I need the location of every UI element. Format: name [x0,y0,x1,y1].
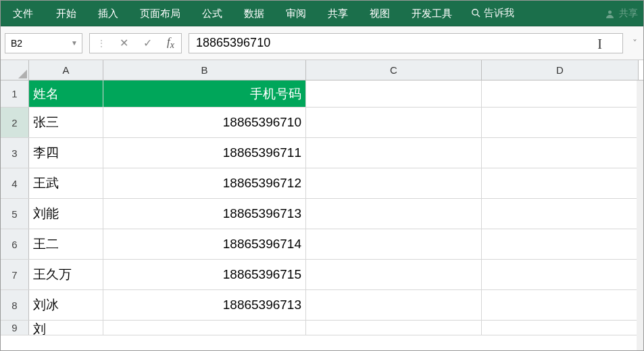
cell-A3[interactable]: 李四 [29,138,103,168]
select-all-corner[interactable] [1,60,29,80]
table-row: 8刘冰18865396713 [1,290,643,321]
chevron-down-icon[interactable]: ▼ [71,39,78,47]
cell-A8[interactable]: 刘冰 [29,290,103,320]
tab-home[interactable]: 开始 [45,1,87,26]
grid-rows: 1 姓名 手机号码 2张三188653967103李四188653967114王… [1,80,643,335]
col-header-A[interactable]: A [29,60,103,80]
formula-input-value: 18865396710 [196,36,270,50]
cell-C9[interactable] [306,321,482,335]
tab-developer[interactable]: 开发工具 [401,1,463,26]
text-cursor-icon: I [597,37,602,52]
tab-page-layout[interactable]: 页面布局 [129,1,191,26]
user-icon [605,9,615,19]
cell-B8[interactable]: 18865396713 [103,290,306,320]
cell-B9[interactable] [103,321,306,335]
row-header-8[interactable]: 8 [1,290,29,320]
cell-C8[interactable] [306,290,482,320]
cell-A2[interactable]: 张三 [29,108,103,137]
cell-A5[interactable]: 刘能 [29,199,103,229]
ribbon-bar: 文件 开始 插入 页面布局 公式 数据 审阅 共享 视图 开发工具 告诉我 共享 [1,1,643,26]
cell-C4[interactable] [306,168,482,198]
cell-B3[interactable]: 18865396711 [103,138,306,168]
formula-input[interactable]: 18865396710 I [189,33,623,53]
tab-share[interactable]: 共享 [317,1,359,26]
cell-B1[interactable]: 手机号码 [103,80,306,107]
svg-line-1 [477,14,480,17]
cell-B2[interactable]: 18865396710 [103,108,306,137]
tab-view[interactable]: 视图 [359,1,401,26]
cell-B6[interactable]: 18865396714 [103,229,306,259]
table-row: 6王二18865396714 [1,229,643,260]
row-header-1[interactable]: 1 [1,80,29,107]
col-header-D[interactable]: D [482,60,639,80]
vertical-scrollbar[interactable] [637,80,643,350]
drag-handle-icon[interactable]: ⋮ [97,38,105,49]
cell-A7[interactable]: 王久万 [29,260,103,289]
cell-C3[interactable] [306,138,482,168]
svg-point-0 [472,9,478,15]
cell-A1[interactable]: 姓名 [29,80,103,107]
table-row: 2张三18865396710 [1,108,643,138]
table-row: 4王武18865396712 [1,168,643,199]
fx-icon[interactable]: fx [167,35,174,51]
cell-D1[interactable] [482,80,639,107]
cell-D4[interactable] [482,168,639,198]
table-row: 5刘能18865396713 [1,199,643,229]
table-row: 9 刘 [1,321,643,335]
confirm-icon[interactable]: ✓ [143,37,152,49]
tab-review[interactable]: 审阅 [275,1,317,26]
cell-D5[interactable] [482,199,639,229]
table-row: 1 姓名 手机号码 [1,80,643,108]
tab-insert[interactable]: 插入 [87,1,129,26]
share-button-dimmed: 共享 [605,1,643,26]
cell-A9[interactable]: 刘 [29,321,103,335]
row-header-5[interactable]: 5 [1,199,29,229]
tell-me-label: 告诉我 [484,7,514,20]
cell-A4[interactable]: 王武 [29,168,103,198]
svg-point-2 [608,10,612,14]
cell-D3[interactable] [482,138,639,168]
tab-data[interactable]: 数据 [233,1,275,26]
formula-bar: B2 ▼ ⋮ ✕ ✓ fx 18865396710 I ˅ [1,26,643,60]
formula-bar-expand[interactable]: ˅ [630,33,639,53]
cell-D9[interactable] [482,321,639,335]
row-header-6[interactable]: 6 [1,229,29,259]
col-header-B[interactable]: B [103,60,306,80]
spreadsheet-grid: A B C D 1 姓名 手机号码 2张三188653967103李四18865… [1,60,643,350]
name-box-value: B2 [11,38,22,49]
cell-B5[interactable]: 18865396713 [103,199,306,229]
cell-B4[interactable]: 18865396712 [103,168,306,198]
share-label: 共享 [619,7,638,20]
formula-bar-buttons: ⋮ ✕ ✓ fx [89,33,182,53]
table-row: 7王久万18865396715 [1,260,643,290]
cell-B7[interactable]: 18865396715 [103,260,306,289]
row-header-4[interactable]: 4 [1,168,29,198]
cell-D7[interactable] [482,260,639,289]
col-header-C[interactable]: C [306,60,482,80]
row-header-7[interactable]: 7 [1,260,29,289]
cell-C7[interactable] [306,260,482,289]
row-header-3[interactable]: 3 [1,138,29,168]
search-icon [471,8,481,18]
cell-C1[interactable] [306,80,482,107]
cell-D2[interactable] [482,108,639,137]
name-box[interactable]: B2 ▼ [5,33,82,53]
cell-C6[interactable] [306,229,482,259]
cancel-icon[interactable]: ✕ [120,37,128,49]
table-row: 3李四18865396711 [1,138,643,168]
cell-C5[interactable] [306,199,482,229]
cell-C2[interactable] [306,108,482,137]
cell-A6[interactable]: 王二 [29,229,103,259]
tell-me-search[interactable]: 告诉我 [463,7,522,20]
tab-file[interactable]: 文件 [1,1,45,26]
row-header-2[interactable]: 2 [1,108,29,137]
cell-D8[interactable] [482,290,639,320]
column-headers: A B C D [1,60,643,80]
tab-formulas[interactable]: 公式 [191,1,233,26]
cell-D6[interactable] [482,229,639,259]
row-header-9[interactable]: 9 [1,321,29,335]
